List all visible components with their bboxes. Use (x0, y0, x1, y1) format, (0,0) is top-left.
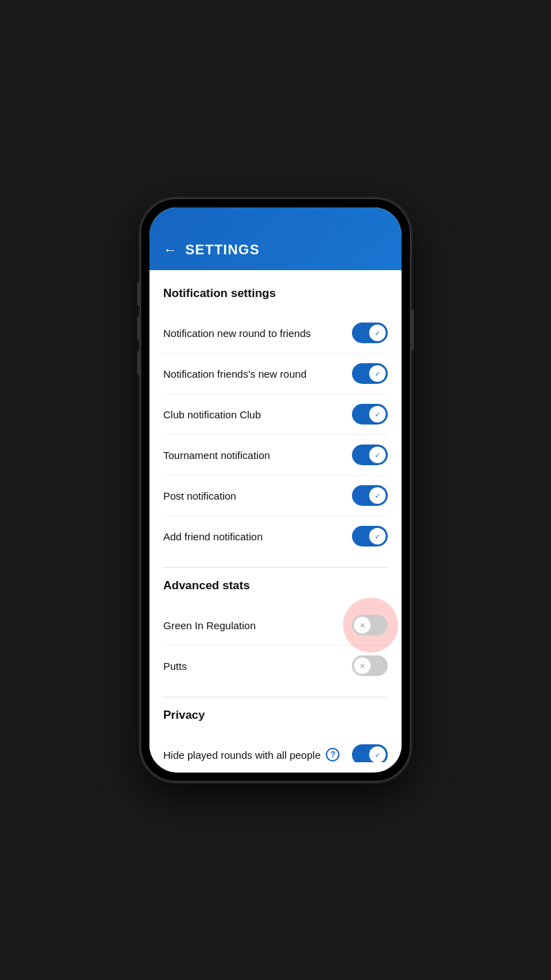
privacy-section-title: Privacy (163, 708, 388, 722)
notify-friends-round-toggle[interactable]: ✓ (352, 363, 388, 384)
setting-row-notify-friends-round: Notification friends's new round ✓ (163, 354, 388, 394)
back-button[interactable]: ← (163, 242, 177, 258)
club-notification-label: Club notification Club (163, 409, 352, 420)
add-friend-notification-label: Add friend notification (163, 531, 352, 542)
toggle-thumb: ✕ (354, 617, 371, 633)
toggle-track: ✕ (352, 615, 388, 635)
notification-section: Notification settings Notification new r… (163, 287, 388, 556)
setting-row-gir: Green In Regulation ✕ (163, 605, 388, 646)
hide-rounds-toggle[interactable]: ✓ (352, 744, 388, 762)
setting-row-tournament-notification: Tournament notification ✓ (163, 435, 388, 476)
putts-label: Putts (163, 660, 352, 672)
toggle-track: ✓ (352, 526, 388, 547)
toggle-thumb: ✓ (369, 746, 386, 762)
phone-frame: ← SETTINGS Notification settings Notific… (141, 199, 410, 781)
hide-rounds-text: Hide played rounds with all people (163, 749, 320, 761)
phone-screen: ← SETTINGS Notification settings Notific… (149, 207, 402, 773)
content-area: Notification settings Notification new r… (149, 270, 402, 762)
gir-label: Green In Regulation (163, 620, 352, 631)
setting-row-hide-rounds: Hide played rounds with all people ? ✓ (163, 735, 388, 762)
tournament-notification-label: Tournament notification (163, 449, 352, 461)
setting-row-notify-new-round-friends: Notification new round to friends ✓ (163, 313, 388, 354)
toggle-track: ✓ (352, 363, 388, 384)
toggle-thumb: ✕ (354, 657, 371, 674)
setting-row-putts: Putts ✕ (163, 646, 388, 686)
gir-toggle[interactable]: ✕ (352, 615, 388, 635)
toggle-thumb: ✓ (369, 447, 386, 463)
info-icon[interactable]: ? (326, 748, 340, 762)
advanced-stats-section: Advanced stats Green In Regulation ✕ Put… (163, 579, 388, 686)
notify-new-round-friends-toggle[interactable]: ✓ (352, 323, 388, 343)
divider-2 (163, 697, 388, 697)
post-notification-label: Post notification (163, 490, 352, 502)
toggle-track: ✕ (352, 655, 388, 676)
toggle-track: ✓ (352, 323, 388, 343)
toggle-track: ✓ (352, 485, 388, 506)
page-title: SETTINGS (185, 242, 260, 258)
setting-row-add-friend-notification: Add friend notification ✓ (163, 516, 388, 556)
toggle-track: ✓ (352, 404, 388, 425)
header: ← SETTINGS (149, 207, 402, 270)
toggle-thumb: ✓ (369, 487, 386, 504)
post-notification-toggle[interactable]: ✓ (352, 485, 388, 506)
club-notification-toggle[interactable]: ✓ (352, 404, 388, 425)
toggle-thumb: ✓ (369, 365, 386, 382)
notification-section-title: Notification settings (163, 287, 388, 300)
privacy-section: Privacy Hide played rounds with all peop… (163, 708, 388, 762)
notify-friends-round-label: Notification friends's new round (163, 368, 352, 380)
hide-rounds-label: Hide played rounds with all people ? (163, 748, 352, 762)
advanced-stats-title: Advanced stats (163, 579, 388, 593)
add-friend-notification-toggle[interactable]: ✓ (352, 526, 388, 547)
toggle-thumb: ✓ (369, 528, 386, 544)
notify-new-round-friends-label: Notification new round to friends (163, 327, 352, 339)
setting-row-club-notification: Club notification Club ✓ (163, 394, 388, 435)
toggle-thumb: ✓ (369, 406, 386, 422)
setting-row-post-notification: Post notification ✓ (163, 476, 388, 516)
toggle-thumb: ✓ (369, 325, 386, 341)
tournament-notification-toggle[interactable]: ✓ (352, 445, 388, 465)
divider-1 (163, 567, 388, 568)
putts-toggle[interactable]: ✕ (352, 655, 388, 676)
toggle-track: ✓ (352, 744, 388, 762)
toggle-track: ✓ (352, 445, 388, 465)
